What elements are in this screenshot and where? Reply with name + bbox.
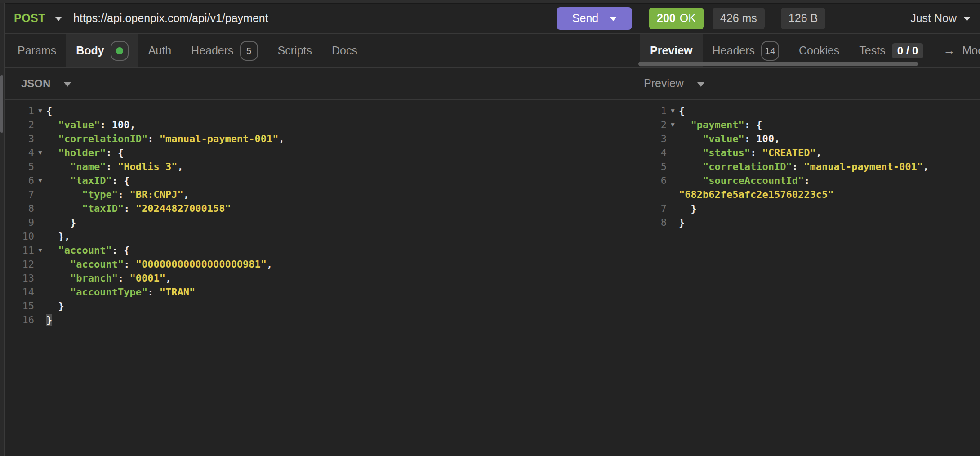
green-dot-icon	[116, 47, 123, 54]
tab-label: Docs	[332, 44, 357, 57]
fold-gutter	[34, 257, 46, 271]
line-number: 4	[637, 146, 667, 160]
line-number: 15	[5, 299, 34, 313]
tab-mock[interactable]: →Mock	[933, 34, 980, 67]
code-line: 6 "sourceAccountId":	[637, 174, 980, 188]
code-line: 1▼{	[637, 104, 980, 118]
code-line: 5 "name": "Hodlis 3",	[5, 160, 637, 174]
line-number: 4	[5, 146, 34, 160]
line-number: 3	[637, 132, 667, 146]
body-type-dropdown[interactable]: JSON	[21, 77, 71, 90]
sidebar-scrollbar[interactable]	[0, 75, 3, 133]
response-tabs: PreviewHeaders14CookiesTests0 / 0→Mock	[637, 34, 980, 68]
code-line: 2▼ "payment": {	[637, 118, 980, 132]
tab-label: Mock	[962, 44, 980, 57]
fold-caret-icon[interactable]: ▼	[34, 104, 46, 118]
tab-label: Headers	[713, 44, 755, 57]
code-line: 5 "correlationID": "manual-payment-001",	[637, 160, 980, 174]
fold-gutter	[34, 160, 46, 174]
preview-mode-caret-icon	[697, 82, 704, 87]
fold-gutter	[34, 271, 46, 285]
preview-mode-bar: Preview	[637, 68, 980, 100]
fold-gutter	[667, 146, 679, 160]
tab-label: Scripts	[278, 44, 312, 57]
method-dropdown-caret-icon[interactable]	[55, 17, 62, 21]
response-time-badge: 426 ms	[713, 8, 765, 29]
code-line: 3 "value": 100,	[637, 132, 980, 146]
fold-caret-icon[interactable]: ▼	[34, 174, 46, 188]
tab-auth[interactable]: Auth	[138, 34, 181, 67]
line-number: 13	[5, 271, 34, 285]
fold-gutter	[34, 313, 46, 327]
status-text: OK	[680, 12, 696, 25]
method-label[interactable]: POST	[14, 12, 45, 25]
code-line: 10 },	[5, 229, 637, 243]
send-dropdown-caret-icon[interactable]	[610, 17, 616, 21]
line-number: 16	[5, 313, 34, 327]
status-code: 200	[657, 12, 676, 25]
fold-caret-icon[interactable]: ▼	[667, 118, 679, 132]
api-client-window: POST https://api.openpix.com/api/v1/paym…	[0, 0, 980, 456]
line-number: 1	[5, 104, 34, 118]
line-content: "branch": "0001",	[46, 271, 171, 285]
code-line: 6▼ "taxID": {	[5, 174, 637, 188]
fold-caret-icon[interactable]: ▼	[667, 104, 679, 118]
fold-gutter	[34, 299, 46, 313]
line-content: "taxID": "20244827000158"	[46, 201, 231, 215]
body-type-label: JSON	[21, 77, 50, 90]
code-line: 15 }	[5, 299, 637, 313]
code-line: 8 "taxID": "20244827000158"	[5, 201, 637, 215]
code-line: 3 "correlationID": "manual-payment-001",	[5, 132, 637, 146]
tab-body[interactable]: Body	[66, 34, 138, 67]
line-content: "name": "Hodlis 3",	[46, 160, 183, 174]
tab-params[interactable]: Params	[8, 34, 66, 67]
response-panel: 200OK 426 ms 126 B Just Now PreviewHeade…	[637, 3, 980, 456]
response-status-bar: 200OK 426 ms 126 B Just Now	[637, 3, 980, 34]
fold-gutter	[667, 201, 679, 215]
code-line: 16}	[5, 313, 637, 327]
line-content: "account": {	[46, 243, 129, 257]
request-tabs: ParamsBodyAuthHeaders5ScriptsDocs	[5, 34, 637, 68]
fold-gutter	[667, 160, 679, 174]
line-content: "sourceAccountId":	[679, 174, 810, 188]
line-content: "correlationID": "manual-payment-001",	[46, 132, 285, 146]
code-line: 13 "branch": "0001",	[5, 271, 637, 285]
code-line: 4 "status": "CREATED",	[637, 146, 980, 160]
response-body-viewer[interactable]: 1▼{2▼ "payment": {3 "value": 100,4 "stat…	[637, 100, 980, 229]
line-content: "accountType": "TRAN"	[46, 285, 195, 299]
tabs-horizontal-scrollbar[interactable]	[638, 62, 918, 66]
response-history-dropdown[interactable]: Just Now	[910, 12, 970, 25]
line-number: 2	[5, 118, 34, 132]
code-line: "682b62fe5afc2e15760223c5"	[637, 188, 980, 201]
fold-caret-icon[interactable]: ▼	[34, 146, 46, 160]
tab-scripts[interactable]: Scripts	[268, 34, 322, 67]
line-content: "taxID": {	[46, 174, 129, 188]
line-content: }	[46, 215, 76, 229]
line-content: "status": "CREATED",	[679, 146, 822, 160]
fold-gutter	[34, 132, 46, 146]
line-content: "value": 100,	[679, 132, 780, 146]
status-badge: 200OK	[649, 8, 704, 29]
request-panel: POST https://api.openpix.com/api/v1/paym…	[5, 3, 637, 456]
send-button[interactable]: Send	[557, 7, 632, 30]
url-input[interactable]: https://api.openpix.com/api/v1/payment	[73, 12, 268, 25]
preview-mode-dropdown[interactable]: Preview	[644, 77, 704, 90]
sidebar-edge	[0, 3, 5, 456]
tab-docs[interactable]: Docs	[322, 34, 367, 67]
code-line: 9 }	[5, 215, 637, 229]
fold-gutter	[667, 132, 679, 146]
body-type-bar: JSON	[5, 68, 637, 100]
line-number: 11	[5, 243, 34, 257]
line-number: 9	[5, 215, 34, 229]
tab-headers[interactable]: Headers5	[181, 34, 268, 67]
line-content: "payment": {	[679, 118, 762, 132]
body-type-caret-icon	[64, 82, 71, 87]
line-content: "correlationID": "manual-payment-001",	[679, 160, 929, 174]
fold-caret-icon[interactable]: ▼	[34, 243, 46, 257]
fold-gutter	[667, 215, 679, 229]
code-line: 4▼ "holder": {	[5, 146, 637, 160]
line-content: }	[679, 215, 685, 229]
line-number: 3	[5, 132, 34, 146]
request-body-editor[interactable]: 1▼{2 "value": 100,3 "correlationID": "ma…	[5, 100, 637, 327]
line-number: 5	[637, 160, 667, 174]
